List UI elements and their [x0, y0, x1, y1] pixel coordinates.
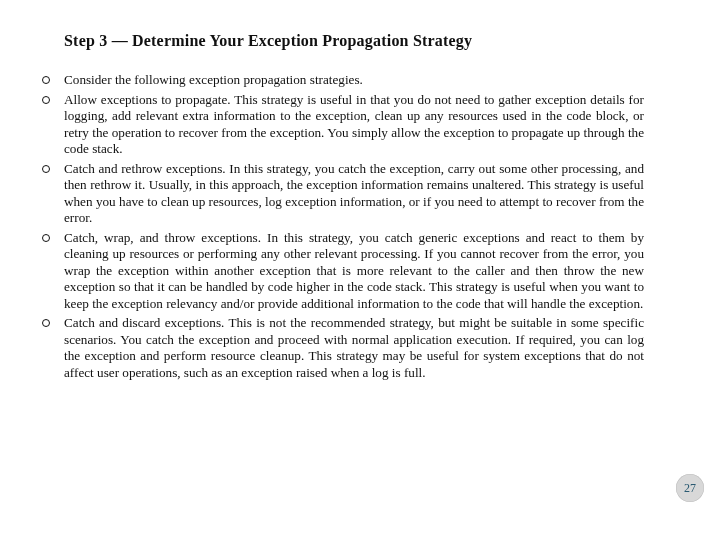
page-number: 27	[684, 481, 696, 496]
slide: Step 3 — Determine Your Exception Propag…	[0, 0, 720, 540]
list-item: Catch and rethrow exceptions. In this st…	[36, 161, 644, 227]
slide-heading: Step 3 — Determine Your Exception Propag…	[64, 32, 692, 50]
list-item: Consider the following exception propaga…	[36, 72, 644, 89]
page-number-badge: 27	[676, 474, 704, 502]
list-item: Catch, wrap, and throw exceptions. In th…	[36, 230, 644, 313]
list-item: Catch and discard exceptions. This is no…	[36, 315, 644, 381]
bullet-list: Consider the following exception propaga…	[36, 72, 692, 381]
list-item: Allow exceptions to propagate. This stra…	[36, 92, 644, 158]
